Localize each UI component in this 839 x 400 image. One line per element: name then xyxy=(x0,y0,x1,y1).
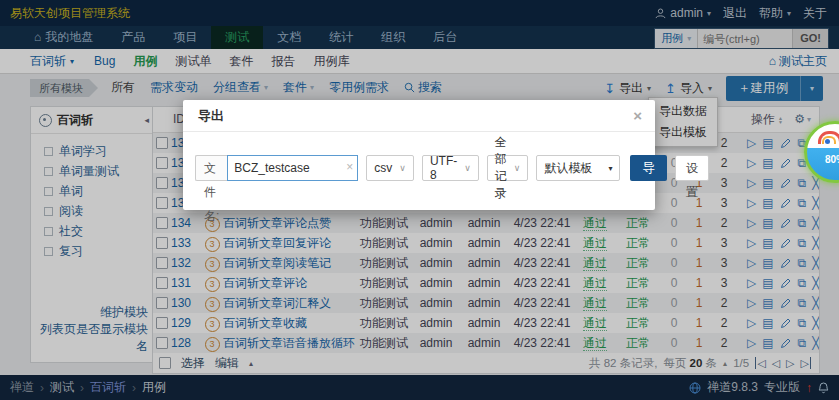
clear-input-icon[interactable]: × xyxy=(346,161,353,174)
record-range-select[interactable]: 全部记录 ∨ xyxy=(487,155,529,181)
export-modal: 导出 × 文件名: × csv ∨ UTF-8 ∨ 全部记录 ∨ 默认模板 ▾ … xyxy=(183,100,655,210)
encoding-select[interactable]: UTF-8 ∨ xyxy=(422,155,479,181)
chevron-down-icon: ∨ xyxy=(514,163,521,173)
confirm-export-button[interactable]: 导出 xyxy=(630,155,667,181)
filename-field-wrap: × xyxy=(227,155,358,181)
caret-down-icon: ▾ xyxy=(608,164,612,173)
close-icon[interactable]: × xyxy=(633,100,642,131)
filename-label: 文件名: xyxy=(195,155,227,181)
modal-body: 文件名: × csv ∨ UTF-8 ∨ 全部记录 ∨ 默认模板 ▾ 导出 设置 xyxy=(195,155,655,181)
chevron-down-icon: ∨ xyxy=(464,163,471,173)
cloud-dot-icon xyxy=(825,139,830,144)
template-value: 默认模板 xyxy=(544,160,592,177)
settings-button[interactable]: 设置 xyxy=(675,155,709,181)
chevron-down-icon: ∨ xyxy=(399,163,406,173)
record-range-value: 全部记录 xyxy=(495,134,507,202)
modal-title: 导出 xyxy=(198,108,224,123)
filename-input[interactable] xyxy=(227,155,358,181)
file-format-select[interactable]: csv ∨ xyxy=(366,155,414,181)
encoding-value: UTF-8 xyxy=(430,154,457,182)
template-select[interactable]: 默认模板 ▾ xyxy=(536,155,620,181)
modal-header: 导出 × xyxy=(183,100,655,132)
file-format-value: csv xyxy=(374,161,392,175)
widget-percent: 80% xyxy=(807,154,839,165)
